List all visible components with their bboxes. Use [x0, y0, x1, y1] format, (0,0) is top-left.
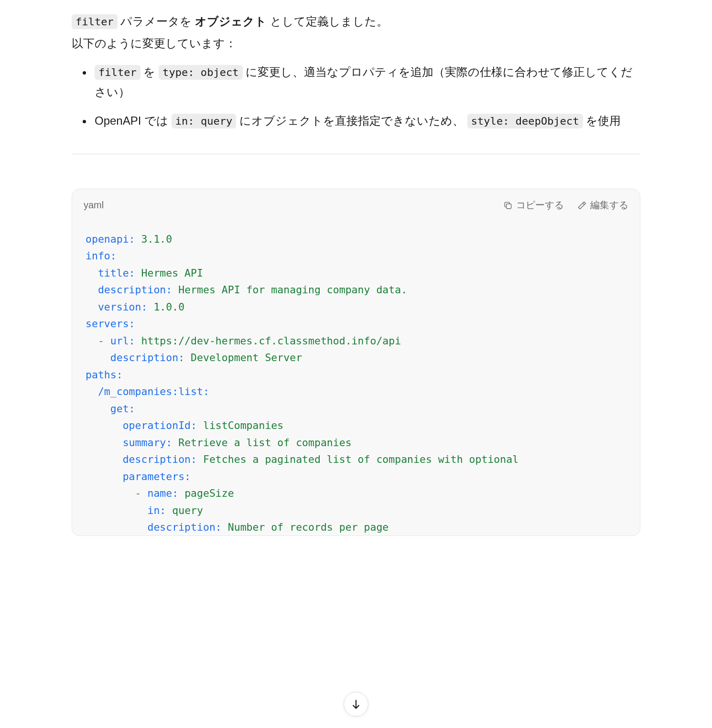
- text: にオブジェクトを直接指定できないため、: [236, 114, 467, 127]
- code-inline: type: object: [159, 65, 243, 80]
- code-inline-filter: filter: [72, 14, 118, 29]
- copy-label: コピーする: [516, 197, 564, 214]
- list-item: OpenAPI では in: query にオブジェクトを直接指定できないため、…: [93, 111, 640, 131]
- code-block-yaml: yaml コピーする 編集する openapi: 3.1.0 info: tit…: [72, 189, 640, 536]
- code-inline: style: deepObject: [467, 114, 583, 128]
- edit-icon: [577, 201, 587, 210]
- code-lang-label: yaml: [84, 197, 104, 214]
- svg-rect-0: [507, 203, 511, 208]
- copy-button[interactable]: コピーする: [503, 197, 564, 214]
- code-actions: コピーする 編集する: [503, 197, 628, 214]
- list-item: filter を type: object に変更し、適当なプロパティを追加（実…: [93, 62, 640, 102]
- change-list: filter を type: object に変更し、適当なプロパティを追加（実…: [72, 62, 640, 131]
- bold-object: オブジェクト: [195, 15, 267, 28]
- text: OpenAPI では: [95, 114, 172, 127]
- intro-line-1: filter パラメータを オブジェクト として定義しました。: [72, 11, 640, 32]
- explanation-block: filter パラメータを オブジェクト として定義しました。 以下のように変更…: [72, 11, 640, 131]
- edit-button[interactable]: 編集する: [577, 197, 628, 214]
- text: パラメータを: [118, 15, 195, 28]
- intro-line-2: 以下のように変更しています：: [72, 33, 640, 54]
- text: を使用: [583, 114, 621, 127]
- code-body: openapi: 3.1.0 info: title: Hermes API d…: [72, 221, 640, 535]
- edit-label: 編集する: [590, 197, 628, 214]
- copy-icon: [503, 201, 513, 210]
- code-inline: filter: [95, 65, 140, 80]
- text: を: [140, 65, 159, 78]
- section-divider: [72, 154, 640, 154]
- code-header: yaml コピーする 編集する: [72, 189, 640, 221]
- text: として定義しました。: [267, 15, 388, 28]
- code-inline: in: query: [172, 114, 237, 128]
